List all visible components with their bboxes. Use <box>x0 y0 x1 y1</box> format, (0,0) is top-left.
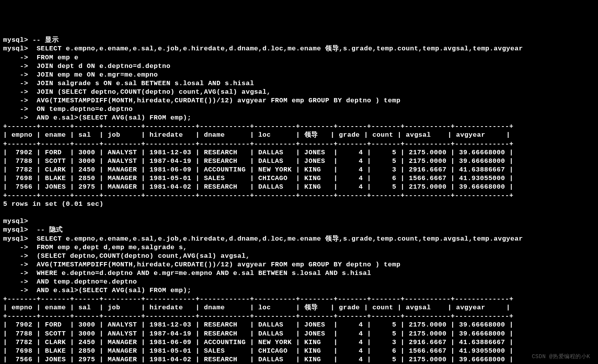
prompt: mysql> <box>3 45 37 52</box>
sql-line: AND e.sal>(SELECT AVG(sal) FROM emp); <box>37 114 192 121</box>
continuation-prompt: -> <box>3 252 37 260</box>
table-row: | 7566 | JONES | 2975 | MANAGER | 1981-0… <box>3 183 514 191</box>
sql-line: AND temp.deptno=e.deptno <box>37 278 137 285</box>
sql-line: AVG(TIMESTAMPDIFF(MONTH,hiredate,CURDATE… <box>37 97 401 104</box>
table-row: | 7698 | BLAKE | 2850 | MANAGER | 1981-0… <box>3 347 514 355</box>
sql-line: JOIN salgrade s ON e.sal BETWEEN s.losal… <box>37 80 254 87</box>
table-border: +-------+-------+------+---------+------… <box>3 295 514 303</box>
continuation-prompt: -> <box>3 278 37 285</box>
sql-line: FROM emp e <box>37 54 79 61</box>
continuation-prompt: -> <box>3 261 37 268</box>
table-row: | 7782 | CLARK | 2450 | MANAGER | 1981-0… <box>3 166 514 173</box>
sql-line: AND e.sal>(SELECT AVG(sal) FROM emp); <box>37 287 192 294</box>
sql-select: SELECT e.empno,e.ename,e.sal,e.job,e.hir… <box>37 235 523 243</box>
sql-line: JOIN (SELECT deptno,COUNT(deptno) count,… <box>37 88 271 96</box>
table-row: | 7788 | SCOTT | 3000 | ANALYST | 1987-0… <box>3 330 514 337</box>
continuation-prompt: -> <box>3 97 37 104</box>
sql-line: JOIN emp me ON e.mgr=me.empno <box>37 71 158 79</box>
sql-select: SELECT e.empno,e.ename,e.sal,e.job,e.hir… <box>37 45 523 52</box>
table-row: | 7902 | FORD | 3000 | ANALYST | 1981-12… <box>3 321 514 328</box>
sql-line: ON temp.deptno=e.deptno <box>37 105 133 113</box>
table-row: | 7902 | FORD | 3000 | ANALYST | 1981-12… <box>3 149 514 156</box>
watermark: CSDN @热爱编程的小K <box>532 353 590 360</box>
continuation-prompt: -> <box>3 269 37 277</box>
continuation-prompt: -> <box>3 62 37 70</box>
prompt: mysql> <box>3 36 32 44</box>
table-border: +-------+-------+------+---------+------… <box>3 192 514 199</box>
table-header: | empno | ename | sal | job | hiredate |… <box>3 304 510 311</box>
continuation-prompt: -> <box>3 244 37 251</box>
prompt: mysql> <box>3 218 28 225</box>
sql-comment: -- 显示 <box>32 36 59 44</box>
continuation-prompt: -> <box>3 54 37 61</box>
sql-line: JOIN dept d ON e.deptno=d.deptno <box>37 62 170 70</box>
table-row: | 7698 | BLAKE | 2850 | MANAGER | 1981-0… <box>3 175 514 182</box>
continuation-prompt: -> <box>3 88 37 96</box>
table-border: +-------+-------+------+---------+------… <box>3 123 514 130</box>
table-row: | 7788 | SCOTT | 3000 | ANALYST | 1987-0… <box>3 157 514 165</box>
result-footer: 5 rows in set (0.01 sec) <box>3 200 104 208</box>
continuation-prompt: -> <box>3 114 37 121</box>
terminal-output: mysql> -- 显示 mysql> SELECT e.empno,e.ena… <box>3 36 595 364</box>
sql-comment: -- 隐式 <box>37 226 63 234</box>
sql-line: FROM emp e,dept d,emp me,salgrade s, <box>37 244 187 251</box>
prompt: mysql> <box>3 235 37 243</box>
table-header: | empno | ename | sal | job | hiredate |… <box>3 131 510 139</box>
prompt: mysql> <box>3 226 37 234</box>
table-row: | 7566 | JONES | 2975 | MANAGER | 1981-0… <box>3 356 514 363</box>
sql-line: AVG(TIMESTAMPDIFF(MONTH,hiredate,CURDATE… <box>37 261 401 268</box>
continuation-prompt: -> <box>3 71 37 79</box>
sql-line: WHERE e.deptno=d.deptno AND e.mgr=me.emp… <box>37 269 371 277</box>
sql-line: (SELECT deptno,COUNT(deptno) count,AVG(s… <box>37 252 250 260</box>
continuation-prompt: -> <box>3 80 37 87</box>
continuation-prompt: -> <box>3 287 37 294</box>
table-border: +-------+-------+------+---------+------… <box>3 312 514 320</box>
table-row: | 7782 | CLARK | 2450 | MANAGER | 1981-0… <box>3 339 514 346</box>
continuation-prompt: -> <box>3 105 37 113</box>
table-border: +-------+-------+------+---------+------… <box>3 140 514 148</box>
